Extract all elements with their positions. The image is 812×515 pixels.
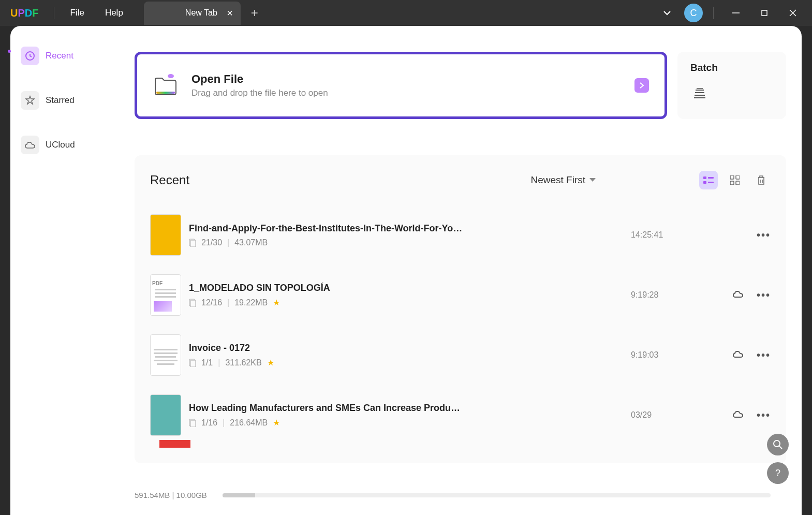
sidebar-item-starred[interactable]: Starred: [10, 86, 93, 115]
help-button[interactable]: ?: [767, 462, 789, 484]
svg-rect-7: [703, 176, 706, 179]
open-file-dropzone[interactable]: Open File Drag and drop the file here to…: [135, 52, 667, 119]
active-indicator: [8, 50, 11, 53]
more-icon[interactable]: •••: [757, 229, 771, 241]
chevron-right-icon: [634, 78, 649, 93]
star-icon: ★: [273, 418, 280, 428]
tab-new[interactable]: New Tab ×: [144, 2, 241, 25]
file-name: Find-and-Apply-For-the-Best-Institutes-I…: [189, 223, 463, 234]
file-name: How Leading Manufacturers and SMEs Can I…: [189, 403, 463, 414]
file-thumbnail: [150, 334, 181, 376]
svg-rect-10: [708, 182, 714, 183]
menu-help[interactable]: Help: [95, 8, 134, 18]
partial-thumbnail: [159, 440, 190, 448]
more-icon[interactable]: •••: [757, 289, 771, 301]
sort-dropdown[interactable]: Newest First: [530, 174, 596, 186]
sidebar-item-label: Recent: [46, 51, 73, 61]
file-row[interactable]: Find-and-Apply-For-the-Best-Institutes-I…: [150, 205, 771, 265]
file-time: 03/29: [631, 410, 708, 420]
sidebar-item-recent[interactable]: Recent: [10, 41, 93, 70]
sidebar-item-ucloud[interactable]: UCloud: [10, 130, 93, 159]
storage-progress: [223, 493, 771, 497]
file-time: 9:19:03: [631, 350, 708, 360]
svg-point-23: [774, 440, 780, 447]
file-size: 216.64MB: [230, 418, 268, 428]
storage-fill: [223, 493, 256, 497]
svg-rect-20: [190, 360, 196, 367]
divider: [54, 7, 54, 19]
sidebar: Recent Starred UCloud: [10, 26, 93, 515]
star-icon: [21, 91, 39, 110]
svg-line-24: [779, 446, 782, 449]
storage-text: 591.54MB | 10.00GB: [135, 491, 207, 499]
file-row[interactable]: PDF 1_MODELADO SIN TOPOLOGÍA 12/16 | 19.…: [150, 265, 771, 325]
file-row[interactable]: Invoice - 0172 1/1 | 311.62KB ★ 9:19:03 …: [150, 325, 771, 385]
svg-rect-9: [703, 181, 706, 184]
svg-rect-6: [156, 92, 175, 94]
file-size: 311.62KB: [225, 358, 261, 367]
grid-view-button[interactable]: [726, 171, 744, 189]
recent-section-title: Recent: [150, 173, 189, 187]
file-thumbnail: [150, 394, 181, 436]
delete-button[interactable]: [752, 171, 771, 189]
svg-rect-13: [730, 181, 734, 185]
svg-point-5: [168, 74, 174, 78]
svg-rect-8: [708, 177, 714, 179]
new-tab-button[interactable]: +: [241, 6, 269, 20]
svg-rect-1: [762, 10, 767, 16]
file-time: 9:19:28: [631, 290, 708, 300]
svg-rect-16: [190, 240, 196, 247]
pages-icon: [189, 299, 196, 307]
sort-label: Newest First: [530, 174, 585, 186]
star-icon: ★: [273, 298, 280, 307]
caret-down-icon: [589, 178, 596, 182]
batch-panel: Batch: [677, 52, 786, 119]
divider: [713, 7, 714, 19]
svg-rect-22: [190, 420, 196, 427]
menu-file[interactable]: File: [60, 8, 94, 18]
recent-section: Recent Newest First: [135, 155, 786, 463]
clock-icon: [21, 47, 39, 65]
batch-stack-icon[interactable]: [690, 84, 709, 102]
minimize-button[interactable]: [724, 3, 747, 23]
batch-title: Batch: [690, 62, 773, 73]
open-file-subtitle: Drag and drop the file here to open: [191, 88, 328, 98]
cloud-icon[interactable]: [732, 350, 744, 360]
file-thumbnail: PDF: [150, 274, 181, 316]
file-thumbnail: [150, 214, 181, 256]
sidebar-item-label: UCloud: [46, 140, 75, 150]
pages-icon: [189, 419, 196, 427]
folder-icon: [153, 73, 179, 98]
file-pages: 12/16: [201, 298, 222, 307]
svg-rect-14: [736, 181, 740, 185]
search-button[interactable]: [767, 434, 789, 455]
close-icon[interactable]: ×: [227, 7, 233, 19]
more-icon[interactable]: •••: [757, 349, 771, 361]
user-avatar[interactable]: C: [684, 4, 703, 22]
file-pages: 1/16: [201, 418, 217, 428]
file-pages: 1/1: [201, 358, 213, 367]
sidebar-item-label: Starred: [46, 95, 75, 106]
more-icon[interactable]: •••: [757, 409, 771, 421]
file-name: 1_MODELADO SIN TOPOLOGÍA: [189, 283, 463, 293]
file-name: Invoice - 0172: [189, 343, 463, 354]
cloud-icon[interactable]: [732, 290, 744, 300]
cloud-icon[interactable]: [732, 410, 744, 420]
close-button[interactable]: [781, 3, 804, 23]
star-icon: ★: [267, 358, 274, 367]
cloud-icon: [21, 136, 39, 154]
svg-rect-11: [730, 175, 734, 179]
app-logo: UPDF: [0, 7, 49, 19]
pages-icon: [189, 359, 196, 367]
svg-rect-12: [736, 175, 740, 179]
list-view-button[interactable]: [699, 171, 718, 189]
file-size: 43.07MB: [234, 238, 268, 247]
pages-icon: [189, 239, 196, 247]
svg-rect-18: [190, 300, 196, 307]
file-row[interactable]: How Leading Manufacturers and SMEs Can I…: [150, 385, 771, 445]
file-time: 14:25:41: [631, 230, 708, 240]
maximize-button[interactable]: [752, 3, 776, 23]
file-size: 19.22MB: [234, 298, 268, 307]
chevron-down-icon[interactable]: [655, 8, 679, 18]
file-pages: 21/30: [201, 238, 222, 247]
